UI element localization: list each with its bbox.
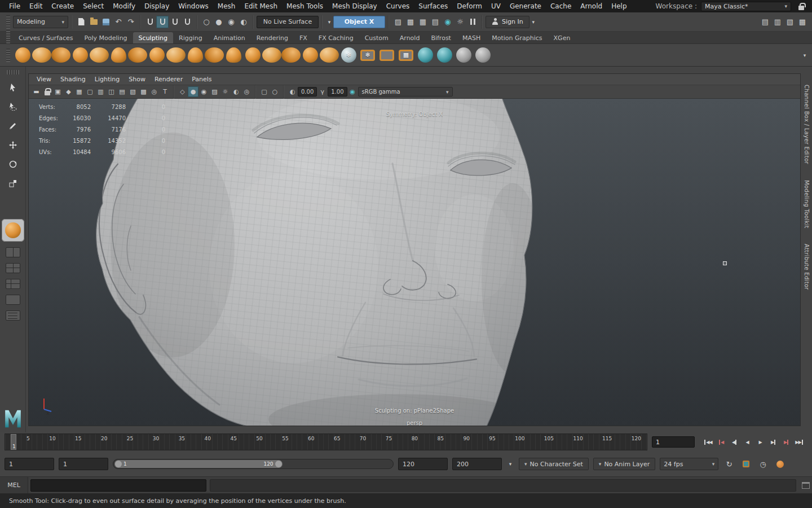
- shelf-options-icon[interactable]: ▾: [801, 49, 809, 62]
- toolbox-grip[interactable]: [7, 70, 19, 75]
- script-editor-icon[interactable]: [800, 479, 812, 492]
- menu-item[interactable]: Display: [140, 2, 174, 10]
- menu-item[interactable]: File: [5, 2, 25, 10]
- toggle-workspace-panels-icon[interactable]: ▩: [796, 16, 809, 28]
- pause-viewport-icon[interactable]: [466, 16, 479, 28]
- range-slider[interactable]: 1 120: [113, 459, 394, 469]
- pinch-tool-icon[interactable]: [90, 45, 109, 65]
- character-set-selector[interactable]: ▾ No Character Set: [519, 458, 589, 470]
- shelf-tab-sculpting[interactable]: Sculpting: [133, 32, 173, 43]
- gamma-field[interactable]: 1.00: [328, 87, 347, 97]
- set-key-icon[interactable]: [740, 458, 752, 470]
- playback-loop-icon[interactable]: ↻: [723, 458, 735, 470]
- amplify-tool-icon[interactable]: [320, 45, 339, 65]
- step-back-frame-button[interactable]: ◀: [729, 435, 740, 449]
- menu-item[interactable]: Curves: [382, 2, 414, 10]
- shelf-tab-animation[interactable]: Animation: [208, 32, 251, 43]
- two-d-pan-zoom-icon[interactable]: ▢: [85, 86, 95, 97]
- snap-to-points-icon[interactable]: [169, 16, 181, 28]
- sign-in-button[interactable]: Sign In: [486, 16, 529, 28]
- sequencer-icon[interactable]: ◉: [442, 16, 454, 28]
- symmetry-field[interactable]: Object X: [333, 16, 385, 28]
- view-transform-selector[interactable]: sRGB gamma ▾: [358, 87, 453, 97]
- xray-icon[interactable]: ▢: [259, 86, 270, 97]
- bookmark-icon[interactable]: ◆: [63, 86, 74, 97]
- panel-menu-item[interactable]: Shading: [56, 76, 90, 83]
- display-layers-icon[interactable]: ▤: [429, 16, 442, 28]
- ipr-render-icon[interactable]: ▩: [404, 16, 417, 28]
- gamma-icon[interactable]: γ: [317, 86, 328, 97]
- film-gate-icon[interactable]: ◫: [106, 86, 117, 97]
- viewport-canvas[interactable]: Verts: 8052 7288 0 Edges: 16030 14470 0: [29, 99, 800, 426]
- move-tool-button[interactable]: [3, 135, 23, 155]
- step-forward-frame-button[interactable]: ▶: [767, 435, 779, 449]
- playback-speed-icon[interactable]: ◷: [757, 458, 769, 470]
- knife-tool-icon[interactable]: [262, 45, 281, 65]
- use-all-lights-icon[interactable]: ☼: [220, 86, 231, 97]
- menu-item[interactable]: Mesh Display: [328, 2, 382, 10]
- make-live-icon[interactable]: [181, 16, 193, 28]
- shelf-tab-fx[interactable]: FX: [294, 32, 313, 43]
- bulge-tool-icon[interactable]: [301, 45, 320, 65]
- snap-to-curves-icon[interactable]: [156, 16, 169, 28]
- grip-handle[interactable]: [6, 49, 10, 62]
- step-forward-key-button[interactable]: ▶: [780, 435, 792, 449]
- menu-item[interactable]: Edit Mesh: [240, 2, 282, 10]
- paint-select-tool-button[interactable]: [3, 116, 23, 135]
- shelf-tab-rigging[interactable]: Rigging: [173, 32, 208, 43]
- toggle-channel-box-icon[interactable]: ▧: [784, 16, 796, 28]
- menu-item[interactable]: Windows: [174, 2, 213, 10]
- mask-image-icon[interactable]: [377, 45, 396, 65]
- sculpt-tool-icon[interactable]: [13, 45, 32, 65]
- view-transform-icon[interactable]: ◉: [347, 86, 358, 97]
- lock-workspace-icon[interactable]: [795, 0, 807, 12]
- play-forwards-button[interactable]: ▶: [754, 435, 766, 449]
- grip-handle[interactable]: [6, 30, 10, 43]
- go-to-start-button[interactable]: ◀◀: [703, 435, 714, 449]
- flatten-tool-icon[interactable]: [109, 45, 128, 65]
- erase-tool-icon[interactable]: [454, 45, 473, 65]
- rotate-tool-button[interactable]: [3, 155, 23, 174]
- safe-action-icon[interactable]: ◎: [149, 86, 160, 97]
- new-scene-icon[interactable]: [75, 16, 87, 28]
- scrape-tool-icon[interactable]: [224, 45, 243, 65]
- play-backwards-button[interactable]: ◀: [742, 435, 753, 449]
- freeze-tool-icon[interactable]: ❄: [339, 45, 358, 65]
- exposure-icon[interactable]: ◐: [287, 86, 298, 97]
- animation-start-field[interactable]: 1: [5, 458, 54, 470]
- shelf-tab-motion-graphics[interactable]: Motion Graphics: [486, 32, 548, 43]
- menu-item[interactable]: Select: [78, 2, 108, 10]
- clone-stamp-icon[interactable]: [435, 45, 454, 65]
- textured-display-icon[interactable]: ▨: [209, 86, 220, 97]
- menu-item[interactable]: Help: [607, 2, 631, 10]
- menu-item[interactable]: Cache: [546, 2, 576, 10]
- fps-selector[interactable]: 24 fps ▾: [660, 458, 718, 470]
- current-frame-field[interactable]: 1: [652, 436, 695, 448]
- render-view-icon[interactable]: ▨: [392, 16, 404, 28]
- imprint-tool-icon[interactable]: [186, 45, 205, 65]
- pane-layout-three-button[interactable]: [6, 279, 20, 289]
- save-scene-icon[interactable]: [100, 16, 112, 28]
- redo-icon[interactable]: ↷: [125, 16, 137, 28]
- render-settings-icon[interactable]: ▦: [417, 16, 429, 28]
- sculpt-uv-tool-icon[interactable]: [416, 45, 435, 65]
- tab-channel-box-layer-editor[interactable]: Channel Box / Layer Editor: [804, 85, 810, 164]
- gate-mask-icon[interactable]: ▧: [127, 86, 138, 97]
- current-tool-button[interactable]: [2, 219, 24, 242]
- fill-tool-icon[interactable]: [243, 45, 262, 65]
- animation-end-field[interactable]: 200: [452, 458, 502, 470]
- panel-menu-item[interactable]: View: [32, 76, 56, 83]
- grab-tool-icon[interactable]: [70, 45, 90, 65]
- select-tool-button[interactable]: [3, 78, 23, 97]
- shelf-tab-mash[interactable]: MASH: [457, 32, 486, 43]
- snap-to-grid-icon[interactable]: [144, 16, 156, 28]
- go-to-end-button[interactable]: ▶▶: [793, 435, 805, 449]
- symmetry-dropdown-icon[interactable]: ▾: [325, 16, 333, 28]
- outliner-layout-button[interactable]: [6, 310, 20, 321]
- resolution-gate-icon[interactable]: ▤: [117, 86, 127, 97]
- open-scene-icon[interactable]: [87, 16, 100, 28]
- menu-item[interactable]: Mesh Tools: [282, 2, 328, 10]
- menu-item[interactable]: Edit: [25, 2, 47, 10]
- sculpt-objects-icon[interactable]: [473, 45, 492, 65]
- menu-set-selector[interactable]: Modeling ▾: [13, 16, 68, 28]
